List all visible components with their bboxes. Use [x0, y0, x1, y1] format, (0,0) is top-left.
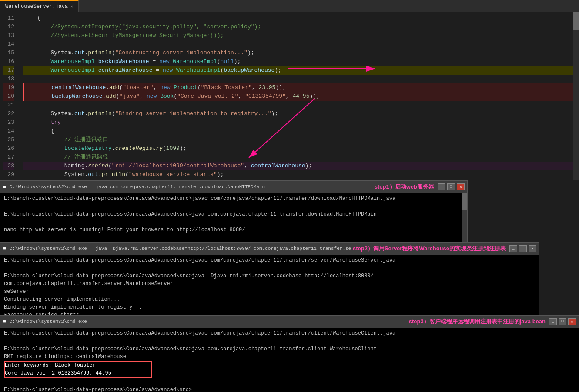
- term3-line2: [4, 337, 575, 345]
- term2-line5: Binding server implementation to registr…: [4, 303, 535, 311]
- win-btn-max-3[interactable]: □: [559, 318, 566, 325]
- terminal-window-1: ■ C:\Windows\system32\cmd.exe - java com…: [0, 180, 468, 248]
- code-line-20: backupWarehouse.add("java", new Book("Co…: [23, 92, 573, 101]
- term2-line4: Constructing server implementation...: [4, 296, 535, 303]
- editor-scrollbar[interactable]: [573, 12, 579, 180]
- term1-line3: E:\bench-cluster\cloud-data-preprocess\C…: [4, 210, 464, 218]
- term2-line3: E:\bench-cluster\cloud-data-preprocess\C…: [4, 272, 535, 288]
- code-line-22: System.out.println("Binding server imple…: [23, 110, 573, 118]
- terminal-1-scrollthumb[interactable]: [462, 193, 467, 210]
- ln-15: 15: [3, 49, 14, 57]
- term1-line2: [4, 203, 464, 210]
- ln-26: 26: [3, 144, 14, 153]
- terminal-1-title: C:\Windows\system32\cmd.exe - java com.c…: [10, 184, 373, 189]
- terminal-3-step-label: step3）客户端程序远程调用注册表中注册的java bean: [409, 318, 546, 326]
- win-btn-max-1[interactable]: □: [447, 183, 455, 190]
- term2-line2: [4, 264, 535, 272]
- ln-17: 17: [3, 66, 14, 75]
- term2-line1: E:\bench-cluster\cloud-data-preprocess\C…: [4, 256, 535, 264]
- terminal-2-step-label: step2）调用Server程序将Warehouse的实现类注册到注册表: [353, 245, 506, 252]
- ln-28: 28: [3, 162, 14, 170]
- ln-14: 14: [3, 40, 14, 49]
- win-btn-min-3[interactable]: _: [549, 318, 557, 325]
- code-content: { //System.setProperty("java.security.po…: [18, 12, 573, 180]
- ln-20: 20: [3, 92, 14, 101]
- code-line-27: // 注册通讯路径: [23, 153, 573, 162]
- terminal-2-body: E:\bench-cluster\cloud-data-preprocess\C…: [0, 255, 539, 321]
- terminal-3-title: C:\Windows\system32\cmd.exe: [10, 319, 407, 324]
- tab-label: WarehouseServer.java: [5, 3, 68, 10]
- terminal-3-body: E:\bench-cluster\cloud-data-preprocess\C…: [0, 328, 579, 392]
- scrollbar-thumb[interactable]: [573, 12, 579, 30]
- ln-22: 22: [3, 110, 14, 118]
- ln-18: 18: [3, 75, 14, 83]
- tab-bar: WarehouseServer.java ✕: [0, 0, 579, 12]
- ln-12: 12: [3, 23, 14, 31]
- code-line-14: [23, 40, 573, 49]
- code-line-17: WarehouseImpl centralWarehouse = new War…: [23, 66, 573, 75]
- code-line-23: try: [23, 118, 573, 127]
- code-line-12: //System.setProperty("java.security.poli…: [23, 23, 573, 31]
- term3-line4: RMI registry bindings: centralWarehouse: [4, 353, 575, 361]
- term3-line7: [4, 378, 575, 386]
- win-btn-min-2[interactable]: _: [509, 245, 517, 252]
- terminal-3-titlebar: ■ C:\Windows\system32\cmd.exe step3）客户端程…: [0, 316, 579, 328]
- code-line-16: WarehouseImpl backupWarehouse = new Ware…: [23, 57, 573, 66]
- editor-area: WarehouseServer.java ✕ 11 12 13 14 15 16…: [0, 0, 579, 180]
- code-line-25: // 注册通讯端口: [23, 136, 573, 144]
- terminal-1-step-label: step1）启动web服务器: [375, 183, 434, 191]
- line-numbers: 11 12 13 14 15 16 17 18 19 20 21 22 23 2…: [0, 12, 18, 180]
- code-line-19: centralWarehouse.add("toaster", new Prod…: [23, 83, 573, 92]
- win-btn-min-1[interactable]: _: [438, 183, 445, 190]
- term1-line1: E:\bench-cluster\cloud-data-preprocess\C…: [4, 195, 464, 203]
- term2-line3b: seServer: [4, 288, 535, 296]
- ln-24: 24: [3, 127, 14, 136]
- ln-27: 27: [3, 153, 14, 162]
- win-btn-close-1[interactable]: ✕: [457, 183, 465, 190]
- terminal-2-title: C:\Windows\system32\cmd.exe - java -Djav…: [10, 246, 351, 251]
- code-line-28: Naming.rebind("rmi://localhost:1099/cent…: [23, 162, 573, 170]
- terminal-3-icon: ■: [3, 319, 6, 324]
- code-container: 11 12 13 14 15 16 17 18 19 20 21 22 23 2…: [0, 12, 579, 180]
- term3-line3: E:\bench-cluster\cloud-data-preprocess\C…: [4, 345, 575, 353]
- win-btn-max-2[interactable]: □: [519, 245, 527, 252]
- ln-11: 11: [3, 14, 14, 23]
- term1-line4: [4, 218, 464, 226]
- term3-line5: Enter keywords: Black Toaster: [5, 362, 151, 369]
- ln-13: 13: [3, 31, 14, 40]
- tab-close-icon[interactable]: ✕: [70, 4, 73, 9]
- term3-line8: E:\bench-cluster\cloud-data-preprocess\C…: [4, 386, 575, 392]
- code-line-24: {: [23, 127, 573, 136]
- ln-21: 21: [3, 101, 14, 110]
- terminal-window-3: ■ C:\Windows\system32\cmd.exe step3）客户端程…: [0, 315, 579, 392]
- terminal-1-body: E:\bench-cluster\cloud-data-preprocess\C…: [0, 193, 467, 236]
- terminal-1-titlebar: ■ C:\Windows\system32\cmd.exe - java com…: [0, 181, 467, 193]
- term1-line5: nano http web server is running! Point y…: [4, 226, 464, 234]
- code-line-18: [23, 75, 573, 83]
- terminal-2-icon: ■: [3, 246, 6, 251]
- code-line-21: [23, 101, 573, 110]
- code-line-11: {: [23, 14, 573, 23]
- term3-highlighted-block: Enter keywords: Black Toaster Core Java …: [4, 361, 152, 378]
- win-btn-close-3[interactable]: ✕: [568, 318, 576, 325]
- code-line-26: LocateRegistry.createRegistry(1099);: [23, 144, 573, 153]
- terminal-2-titlebar: ■ C:\Windows\system32\cmd.exe - java -Dj…: [0, 243, 539, 255]
- ln-25: 25: [3, 136, 14, 144]
- term3-line6: Core Java vol. 2 0132354799: 44.95: [5, 369, 151, 377]
- terminal-1-scrollbar[interactable]: [462, 193, 467, 247]
- tab-item[interactable]: WarehouseServer.java ✕: [0, 0, 79, 12]
- terminal-1-icon: ■: [3, 184, 6, 189]
- ln-16: 16: [3, 57, 14, 66]
- ln-29: 29: [3, 170, 14, 179]
- win-btn-close-2[interactable]: ✕: [529, 245, 536, 252]
- code-line-29: System.out.println("warehouse service st…: [23, 170, 573, 179]
- code-line-13: //System.setSecurityManager(new Security…: [23, 31, 573, 40]
- code-line-15: System.out.println("Constructing server …: [23, 49, 573, 57]
- terminal-window-2: ■ C:\Windows\system32\cmd.exe - java -Dj…: [0, 242, 539, 316]
- term3-line1: E:\bench-cluster\cloud-data-preprocess\C…: [4, 329, 575, 337]
- ln-23: 23: [3, 118, 14, 127]
- ln-19: 19: [3, 83, 14, 92]
